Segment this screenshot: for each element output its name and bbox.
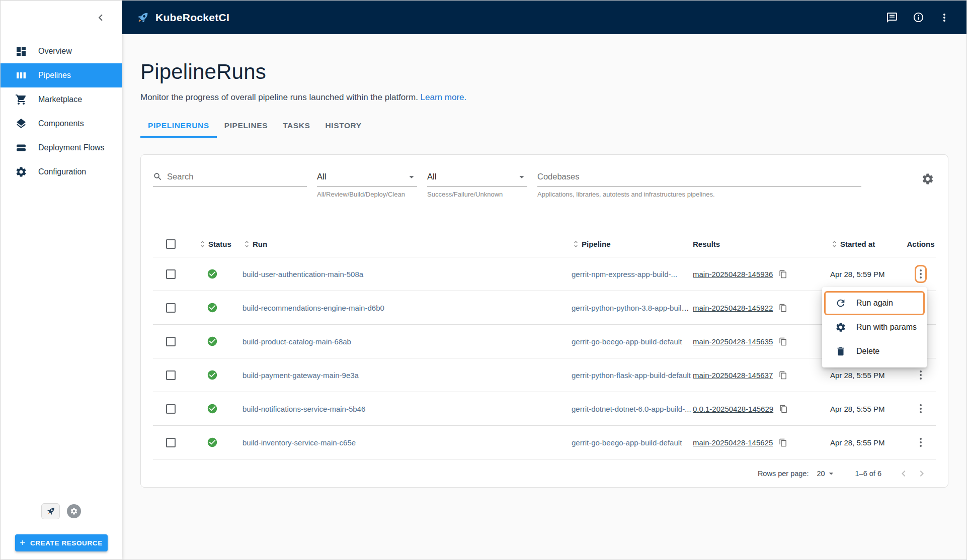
feedback-button[interactable] (882, 8, 902, 28)
pipeline-link[interactable]: gerrit-python-flask-app-build-default (572, 371, 691, 380)
pipeline-type-value: All (317, 172, 326, 181)
sidebar-item-pipelines[interactable]: Pipelines (1, 63, 122, 87)
status-select[interactable]: All (427, 167, 527, 187)
copy-icon[interactable] (779, 270, 787, 278)
pipelineruns-table: Status Run Pipeline Results Started at A… (153, 231, 936, 487)
row-actions-kebab-icon[interactable] (917, 402, 925, 416)
pipeline-type-select[interactable]: All (317, 167, 417, 187)
gear-icon (921, 172, 934, 185)
pipeline-type-helper: All/Review/Build/Deploy/Clean (317, 191, 417, 198)
results-link[interactable]: main-20250428-145922 (693, 304, 773, 312)
learn-more-link[interactable]: Learn more. (421, 92, 467, 102)
overflow-menu-button[interactable] (934, 8, 954, 28)
run-link[interactable]: build-payment-gateway-main-9e3a (243, 371, 359, 380)
topbar-actions (882, 8, 954, 28)
sidebar-nav: Overview Pipelines Marketplace Component… (1, 34, 122, 184)
info-button[interactable] (908, 8, 928, 28)
run-link[interactable]: build-recommendations-engine-main-d6b0 (243, 304, 384, 312)
table-pagination: Rows per page: 20 1–6 of 6 (153, 459, 936, 487)
pipeline-type-filter: All All/Review/Build/Deploy/Clean (317, 167, 417, 198)
results-link[interactable]: main-20250428-145625 (693, 438, 773, 447)
run-link[interactable]: build-user-authentication-main-508a (243, 270, 363, 278)
tab-tasks[interactable]: TASKS (275, 115, 317, 138)
started-at-cell: Apr 28, 5:55 PM (830, 438, 906, 447)
results-link[interactable]: main-20250428-145936 (693, 270, 773, 278)
codebases-input[interactable] (537, 172, 861, 181)
results-link[interactable]: 0.0.1-20250428-145629 (693, 405, 773, 413)
sidebar-item-configuration[interactable]: Configuration (1, 160, 122, 184)
sort-by-pipeline[interactable]: Pipeline (566, 240, 611, 248)
row-checkbox[interactable] (166, 404, 176, 414)
previous-page-button[interactable] (895, 464, 913, 483)
row-checkbox[interactable] (166, 370, 176, 380)
select-all-checkbox[interactable] (166, 239, 176, 249)
codebases-helper: Applications, libraries, autotests and i… (537, 191, 861, 198)
run-link[interactable]: build-product-catalog-main-68ab (243, 337, 351, 346)
results-link[interactable]: main-20250428-145635 (693, 337, 773, 346)
row-actions-kebab-icon[interactable] (917, 435, 925, 449)
chevron-left-icon (94, 11, 107, 24)
row-actions-menu: Run again Run with params Delete (822, 287, 927, 367)
chevron-down-icon (406, 171, 417, 182)
run-link[interactable]: build-notifications-service-main-5b46 (243, 405, 365, 413)
copy-icon[interactable] (779, 337, 787, 346)
row-checkbox[interactable] (166, 438, 176, 447)
pagination-range: 1–6 of 6 (855, 470, 881, 478)
table-row: build-notifications-service-main-5b46 ge… (153, 392, 936, 426)
success-status-icon (207, 437, 218, 448)
sort-by-started-at[interactable]: Started at (830, 240, 875, 248)
success-status-icon (207, 302, 218, 313)
results-link[interactable]: main-20250428-145637 (693, 371, 773, 380)
copy-icon[interactable] (779, 304, 787, 312)
pipeline-link[interactable]: gerrit-go-beego-app-build-default (572, 337, 682, 346)
sidebar-item-overview[interactable]: Overview (1, 39, 122, 63)
pipeline-link[interactable]: gerrit-go-beego-app-build-default (572, 438, 682, 447)
table-row: build-product-catalog-main-68ab gerrit-g… (153, 325, 936, 358)
sidebar-item-marketplace[interactable]: Marketplace (1, 87, 122, 112)
tab-pipelines[interactable]: PIPELINES (217, 115, 275, 138)
brand: KubeRocketCI (135, 10, 229, 25)
table-settings-button[interactable] (920, 171, 936, 187)
run-link[interactable]: build-inventory-service-main-c65e (243, 438, 356, 447)
menu-item-delete[interactable]: Delete (822, 339, 927, 363)
copy-icon[interactable] (779, 405, 788, 413)
pipeline-link[interactable]: gerrit-dotnet-dotnet-6.0-app-build-... (572, 405, 691, 413)
sidebar-item-deployment-flows[interactable]: Deployment Flows (1, 136, 122, 160)
copy-icon[interactable] (779, 371, 787, 380)
page-title: PipelineRuns (140, 59, 947, 84)
sidebar-item-components[interactable]: Components (1, 112, 122, 136)
row-actions-kebab-icon[interactable] (917, 368, 925, 382)
row-actions-kebab-icon[interactable] (917, 267, 925, 281)
sort-by-status[interactable]: Status (188, 240, 231, 248)
rows-per-page-select[interactable]: 20 (817, 469, 836, 479)
table-row: build-user-authentication-main-508a gerr… (153, 257, 936, 291)
menu-item-run-again[interactable]: Run again (822, 291, 927, 315)
pipeline-link[interactable]: gerrit-npm-express-app-build-... (572, 270, 677, 278)
rocket-icon (45, 506, 56, 517)
rocket-logo-button[interactable] (41, 503, 60, 519)
create-resource-label: CREATE RESOURCE (30, 539, 103, 547)
tab-pipelineruns[interactable]: PIPELINERUNS (140, 115, 217, 138)
menu-item-run-with-params[interactable]: Run with params (822, 315, 927, 339)
search-input[interactable] (167, 172, 307, 181)
copy-icon[interactable] (779, 438, 787, 447)
cluster-settings-button[interactable] (67, 504, 81, 518)
sidebar-item-label: Configuration (38, 167, 86, 176)
row-checkbox[interactable] (166, 269, 176, 279)
success-status-icon (207, 336, 218, 347)
refresh-icon (835, 298, 846, 309)
tab-history[interactable]: HISTORY (318, 115, 369, 138)
started-at-cell: Apr 28, 5:55 PM (830, 405, 906, 413)
chevron-right-icon (916, 468, 928, 480)
tab-bar: PIPELINERUNS PIPELINES TASKS HISTORY (140, 115, 947, 138)
app-window: Overview Pipelines Marketplace Component… (0, 0, 967, 560)
cart-icon (15, 94, 27, 106)
sidebar-collapse-button[interactable] (92, 9, 110, 27)
row-checkbox[interactable] (166, 303, 176, 313)
sort-by-run[interactable]: Run (236, 240, 267, 248)
row-checkbox[interactable] (166, 337, 176, 346)
next-page-button[interactable] (913, 464, 931, 483)
pipeline-link[interactable]: gerrit-python-python-3.8-app-build-... (572, 304, 693, 312)
create-resource-button[interactable]: + CREATE RESOURCE (15, 534, 108, 551)
actions-column-header: Actions (906, 240, 936, 248)
